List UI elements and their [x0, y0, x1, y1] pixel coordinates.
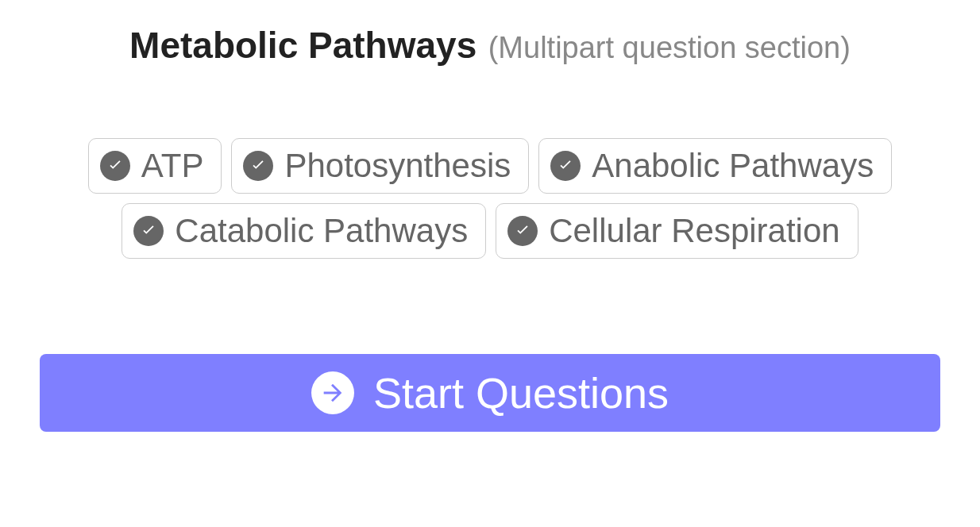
start-button-label: Start Questions: [373, 368, 669, 417]
check-circle-icon: [133, 216, 164, 246]
topic-chip-photosynthesis[interactable]: Photosynthesis: [231, 138, 529, 194]
start-questions-button[interactable]: Start Questions: [40, 354, 940, 432]
section-title: Metabolic Pathways: [129, 25, 476, 66]
check-circle-icon: [243, 151, 273, 181]
topic-chip-anabolic-pathways[interactable]: Anabolic Pathways: [538, 138, 892, 194]
topic-chip-label: Cellular Respiration: [549, 212, 840, 250]
topic-chips-container: ATP Photosynthesis Anabolic Pathways Cat…: [40, 138, 940, 259]
check-circle-icon: [100, 151, 130, 181]
topic-chip-cellular-respiration[interactable]: Cellular Respiration: [496, 203, 858, 259]
section-header: Metabolic Pathways (Multipart question s…: [40, 24, 940, 67]
topic-chip-label: Catabolic Pathways: [175, 212, 468, 250]
topic-chip-label: Photosynthesis: [284, 147, 511, 185]
check-circle-icon: [507, 216, 538, 246]
topic-chip-label: Anabolic Pathways: [592, 147, 874, 185]
topic-chip-catabolic-pathways[interactable]: Catabolic Pathways: [122, 203, 486, 259]
section-subtitle: (Multipart question section): [488, 31, 851, 64]
check-circle-icon: [550, 151, 581, 181]
arrow-right-circle-icon: [311, 371, 354, 414]
topic-chip-label: ATP: [141, 147, 204, 185]
topic-chip-atp[interactable]: ATP: [88, 138, 222, 194]
